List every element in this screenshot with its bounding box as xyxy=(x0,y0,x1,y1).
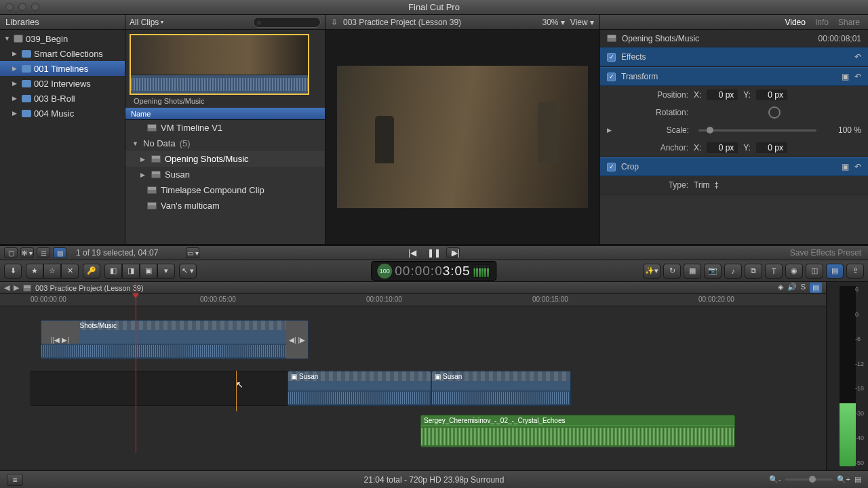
share-icon[interactable]: ⇩ xyxy=(331,18,338,27)
inspector-toggle-button[interactable]: ▤ xyxy=(826,264,844,279)
tab-info[interactable]: Info xyxy=(815,18,829,27)
tab-video[interactable]: Video xyxy=(785,18,805,27)
pause-button[interactable]: ❚❚ xyxy=(427,247,441,259)
share-button[interactable]: ⇪ xyxy=(846,264,864,279)
disclosure-icon[interactable]: ▶ xyxy=(607,127,612,134)
transform-tool-button[interactable]: ▭ ▾ xyxy=(186,247,199,258)
timecode-display[interactable]: 100 00:00:03:05 xyxy=(371,261,496,281)
clip-row[interactable]: ▶ Opening Shots/Music xyxy=(125,151,325,167)
zoom-slider[interactable] xyxy=(785,479,833,481)
list-view-button[interactable]: ☰ xyxy=(37,247,50,258)
generators-browser-button[interactable]: ◉ xyxy=(785,264,803,279)
enhance-button[interactable]: ✨▾ xyxy=(643,264,660,279)
clip-music[interactable]: Sergey_Cheremisinov_-_02_-_Crystal_Echoe… xyxy=(420,415,735,447)
clip-appearance-button[interactable]: ▤ xyxy=(854,475,861,484)
zoom-in-icon[interactable]: 🔍+ xyxy=(837,475,850,484)
sidebar-item-interviews[interactable]: ▶ 002 Interviews xyxy=(0,76,125,91)
onscreen-controls-icon[interactable]: ▣ xyxy=(842,72,849,81)
checkbox-icon[interactable]: ✓ xyxy=(607,163,616,171)
disclosure-icon[interactable]: ▶ xyxy=(12,110,19,117)
scale-slider[interactable] xyxy=(698,129,816,131)
timeline-ruler[interactable]: 00:00:00:00 00:00:05:00 00:00:10:00 00:0… xyxy=(0,294,826,306)
filmstrip-clip[interactable] xyxy=(130,34,309,95)
overwrite-button[interactable]: ▾ xyxy=(157,264,175,279)
retime-button[interactable]: ↻ xyxy=(663,264,681,279)
viewer-canvas[interactable] xyxy=(326,30,599,244)
keyword-editor-button[interactable]: 🔑 xyxy=(83,264,100,279)
camera-button[interactable]: 📷 xyxy=(704,264,722,279)
clip-filter-dropdown[interactable]: All Clips ▾ xyxy=(130,18,163,27)
clip-row[interactable]: Timelapse Compound Clip xyxy=(125,182,325,198)
clip-row[interactable]: VM Timeline V1 xyxy=(125,120,325,136)
zoom-out-icon[interactable]: 🔍- xyxy=(769,475,781,484)
disclosure-icon[interactable]: ▶ xyxy=(12,50,19,57)
checkbox-icon[interactable]: ✓ xyxy=(607,73,616,81)
import-button[interactable]: ▢ xyxy=(4,247,18,258)
clip-row[interactable]: Van's multicam xyxy=(125,198,325,214)
settings-button[interactable]: ✻ ▾ xyxy=(20,247,34,258)
position-y-field[interactable]: 0 px xyxy=(756,89,787,100)
fade-handle-right[interactable]: ◀| |▶ xyxy=(286,321,308,359)
tool-selector[interactable]: ↖ ▾ xyxy=(179,264,197,279)
favorite-button[interactable]: ★ xyxy=(26,264,43,279)
disclosure-icon[interactable]: ▶ xyxy=(12,65,19,72)
gap-clip[interactable] xyxy=(31,371,288,406)
zoom-window-icon[interactable] xyxy=(31,3,39,11)
clip-susan-1[interactable]: ▣Susan xyxy=(288,371,431,406)
search-input[interactable]: ⌕ xyxy=(253,17,321,28)
sidebar-item-music[interactable]: ▶ 004 Music xyxy=(0,106,125,121)
music-browser-button[interactable]: ♪ xyxy=(724,264,742,279)
effects-section-header[interactable]: ✓ Effects ↶ xyxy=(600,47,868,66)
library-root[interactable]: ▼ 039_Begin xyxy=(0,31,125,46)
reset-icon[interactable]: ↶ xyxy=(854,52,861,62)
disclosure-icon[interactable]: ▶ xyxy=(140,171,147,178)
scale-value[interactable]: 100 % xyxy=(826,125,861,135)
transform-section-header[interactable]: ✓ Transform ▣↶ xyxy=(600,67,868,86)
clip-susan-2[interactable]: ▣Susan xyxy=(431,371,571,406)
next-edit-button[interactable]: ▶| xyxy=(448,247,463,259)
sidebar-item-smart-collections[interactable]: ▶ Smart Collections xyxy=(0,46,125,61)
snapping-toggle[interactable]: ▤ xyxy=(810,283,822,293)
unrate-button[interactable]: ☆ xyxy=(43,264,61,279)
close-window-icon[interactable] xyxy=(5,3,14,11)
zoom-dropdown[interactable]: 30% ▾ xyxy=(542,18,564,27)
disclosure-icon[interactable]: ▶ xyxy=(12,80,19,87)
crop-section-header[interactable]: ✓ Crop ▣↶ xyxy=(600,157,868,176)
audio-skim-toggle[interactable]: 🔊 xyxy=(787,283,797,293)
minimize-window-icon[interactable] xyxy=(18,3,26,11)
titles-browser-button[interactable]: T xyxy=(765,264,783,279)
timeline-back-button[interactable]: ◀ xyxy=(4,283,9,292)
skimming-toggle[interactable]: ◈ xyxy=(778,283,783,293)
group-header[interactable]: ▼ No Data (5) xyxy=(125,136,325,151)
crop-type-dropdown[interactable]: Trim ‡ xyxy=(694,180,719,190)
disclosure-icon[interactable]: ▼ xyxy=(132,140,139,147)
browser-column-header[interactable]: Name xyxy=(125,108,325,120)
anchor-y-field[interactable]: 0 px xyxy=(756,142,787,153)
import-media-button[interactable]: ⬇ xyxy=(4,264,22,279)
prev-edit-button[interactable]: |◀ xyxy=(405,247,420,259)
tab-share[interactable]: Share xyxy=(838,18,860,27)
themes-browser-button[interactable]: ◫ xyxy=(806,264,823,279)
playhead[interactable] xyxy=(136,282,136,453)
solo-toggle[interactable]: S xyxy=(801,283,806,293)
position-x-field[interactable]: 0 px xyxy=(707,89,738,100)
sidebar-item-timelines[interactable]: ▶ 001 Timelines xyxy=(0,61,125,76)
reset-icon[interactable]: ↶ xyxy=(854,162,861,171)
timeline-index-button[interactable]: ≡ xyxy=(7,474,23,486)
append-button[interactable]: ▣ xyxy=(140,264,157,279)
filmstrip-view-button[interactable]: ▤ xyxy=(53,247,66,258)
disclosure-icon[interactable]: ▼ xyxy=(4,35,11,42)
anchor-x-field[interactable]: 0 px xyxy=(707,142,738,153)
photos-browser-button[interactable]: ▦ xyxy=(684,264,701,279)
onscreen-controls-icon[interactable]: ▣ xyxy=(842,162,849,171)
timeline-history-button[interactable]: ▶ xyxy=(14,283,19,292)
timeline-tracks[interactable]: ||◀ ▶| ▣Opening Shots/Music ◀| |▶ ▣Susan… xyxy=(0,306,826,470)
sidebar-item-broll[interactable]: ▶ 003 B-Roll xyxy=(0,91,125,106)
rotation-dial[interactable] xyxy=(768,106,781,119)
save-effects-preset[interactable]: Save Effects Preset xyxy=(790,248,861,258)
disclosure-icon[interactable]: ▶ xyxy=(140,156,147,163)
insert-button[interactable]: ◨ xyxy=(122,264,140,279)
view-menu[interactable]: View ▾ xyxy=(570,18,594,27)
checkbox-icon[interactable]: ✓ xyxy=(607,53,616,62)
clip-row[interactable]: ▶ Susan xyxy=(125,167,325,182)
